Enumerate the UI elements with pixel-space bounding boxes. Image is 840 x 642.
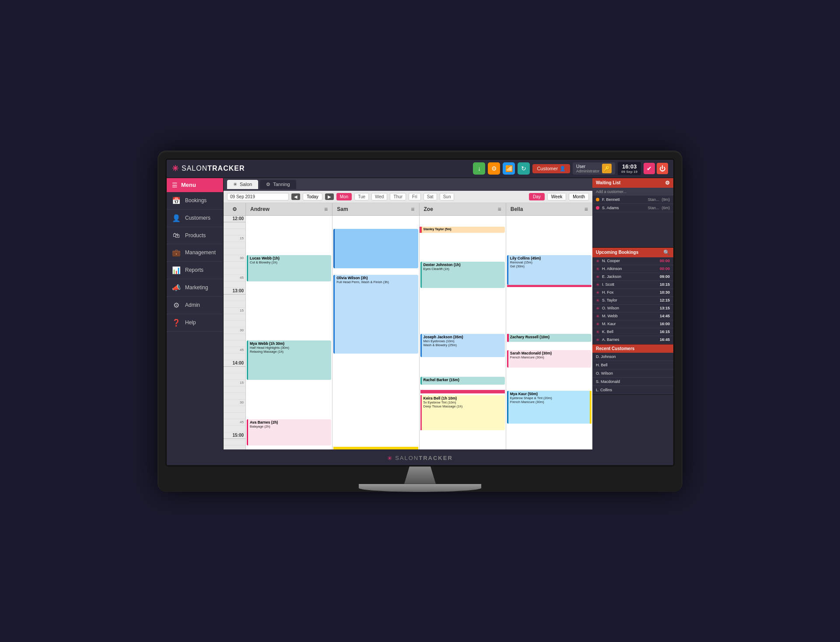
sidebar-item-management[interactable]: 💼 Management [167,244,223,262]
marketing-icon: 📣 [172,284,181,292]
upcoming-item-10[interactable]: ✳ A. Barnes 16:45 [592,336,673,344]
sidebar-item-reports[interactable]: 📊 Reports [167,262,223,279]
upcoming-item-5[interactable]: ✳ S. Taylor 12:15 [592,297,673,305]
wifi-icon[interactable]: 📶 [503,162,515,175]
recent-item-1[interactable]: H. Bell [592,361,673,369]
sidebar-item-admin[interactable]: ⚙ Admin [167,297,223,314]
recent-item-4[interactable]: L. Collins [592,386,673,394]
day-wed-btn[interactable]: Wed [371,193,387,200]
appt-joseph-jackson[interactable]: Joseph Jackson (35m) Men Eyebrows (10m) … [420,334,505,357]
tab-tanning[interactable]: ⚙ Tanning [260,180,296,189]
upcoming-item-7[interactable]: ✳ M. Webb 14:45 [592,312,673,320]
bottom-brand-text: SALONTRACKER [395,455,453,461]
zoe-menu-icon[interactable]: ≡ [498,206,501,213]
appt-lily-collins[interactable]: Lily Collins (45m) Removal (15m) Gel (30… [507,255,592,285]
andrew-column[interactable]: Lucas Webb (1h) Cut & Blowdry (1h) Mya W… [245,216,332,449]
today-btn[interactable]: Today [303,193,322,200]
user-name: User [576,164,599,169]
hamburger-icon: ☰ [172,182,178,189]
upcoming-name-9: K. Bell [602,330,657,334]
appt-mya-webb[interactable]: Mya Webb (1h 30m) Half Head Highlights (… [247,340,331,380]
user-avatar-icon[interactable]: 🔑 [602,164,612,173]
upcoming-item-1[interactable]: ✳ H. Atkinson 00:00 [592,265,673,273]
sidebar-item-bookings[interactable]: 📅 Bookings [167,192,223,210]
waiting-item-0[interactable]: F. Bennett Stan... (9m) [592,196,673,204]
download-icon[interactable]: ↓ [473,162,485,175]
andrew-menu-icon[interactable]: ≡ [324,206,328,213]
view-week-btn[interactable]: Week [547,193,566,200]
menu-label: Menu [181,182,196,188]
sidebar-item-customers[interactable]: 👤 Customers [167,210,223,227]
appt-keira-bell[interactable]: Keira Bell (1h 10m) 5x Eyebrow Tint (10m… [420,395,505,430]
sidebar-item-marketing[interactable]: 📣 Marketing [167,279,223,297]
sam-menu-icon[interactable]: ≡ [411,206,414,213]
sidebar-item-products[interactable]: 🛍 Products [167,227,223,244]
bella-menu-icon[interactable]: ≡ [584,206,588,213]
waiting-item-1[interactable]: S. Adams Stan... (6m) [592,204,673,212]
recent-item-2[interactable]: O. Wilson [592,369,673,378]
upcoming-star-8: ✳ [596,322,599,326]
time-1200: 12:00 [224,216,245,222]
appt-dexter-johnston[interactable]: Dexter Johnston (1h) Eyes Clearlift (1h) [420,262,505,288]
appt-zachary-russell[interactable]: Zachary Russell (10m) [507,334,592,342]
day-fri-btn[interactable]: Fri [409,193,421,200]
prev-btn[interactable]: ◀ [291,193,300,200]
power-icon[interactable]: ⏻ [657,163,668,174]
user-section: User Administrator 🔑 [573,162,615,175]
appt-lucas-webb[interactable]: Lucas Webb (1h) Cut & Blowdry (1h) [247,255,331,281]
time-col-header: ⚙ [224,203,245,215]
upcoming-time-2: 09:00 [660,274,670,279]
andrew-name: Andrew [250,206,270,212]
recent-item-0[interactable]: D. Johnson [592,353,673,361]
appt-rachel-barker[interactable]: Rachel Barker (15m) [420,377,505,385]
recent-item-3[interactable]: S. Macdonald [592,378,673,386]
upcoming-name-5: S. Taylor [602,298,657,302]
bella-column[interactable]: Lily Collins (45m) Removal (15m) Gel (30… [506,216,592,449]
settings-icon[interactable]: ⚙ [488,162,500,175]
upcoming-item-6[interactable]: ✳ O. Wilson 13:15 [592,305,673,312]
sam-column[interactable]: Olivia Wilson (3h) Full Head Perm, Wash … [332,216,419,449]
help-icon: ❓ [172,319,181,327]
upcoming-item-4[interactable]: ✳ H. Fox 10:30 [592,289,673,297]
day-mon-btn[interactable]: Mon [336,193,352,200]
check-icon[interactable]: ✔ [644,163,655,174]
appt-mya-kaur[interactable]: Mya Kaur (50m) Eyebrow Shape & Tint (20m… [507,391,592,424]
upcoming-item-2[interactable]: ✳ E. Jackson 09:00 [592,273,673,281]
time-1300: 13:00 [224,288,245,295]
zoe-column[interactable]: Stanley Taylor (5m) Dexter Johnston (1h)… [419,216,506,449]
refresh-icon[interactable]: ↻ [518,162,530,175]
appt-ava-barnes[interactable]: Ava Barnes (2h) Balayage (2h) [247,419,331,446]
customers-icon: 👤 [172,214,181,222]
upcoming-search-icon[interactable]: 🔍 [663,249,670,256]
sidebar-item-help[interactable]: ❓ Help [167,314,223,332]
day-sat-btn[interactable]: Sat [424,193,437,200]
day-tue-btn[interactable]: Tue [354,193,369,200]
tab-salon[interactable]: ✳ Salon [227,180,258,189]
settings-calendar-icon[interactable]: ⚙ [232,206,237,212]
add-customer-bar[interactable]: Add a customer... [592,188,673,196]
waiting-list-title: Waiting List [596,180,620,185]
date-input[interactable] [227,193,289,200]
upcoming-item-0[interactable]: ✳ N. Cooper 00:00 [592,257,673,265]
waiting-list-section: Waiting List ⚙ Add a customer... F. Benn… [592,178,673,248]
waiting-name-1: S. Adams [602,206,645,210]
next-btn[interactable]: ▶ [325,193,334,200]
upcoming-item-9[interactable]: ✳ K. Bell 16:15 [592,328,673,336]
staff-zoe: Zoe ≡ [419,203,506,215]
view-day-btn[interactable]: Day [529,193,545,200]
customer-icon: 👤 [560,166,566,172]
appt-olivia-wilson[interactable]: Olivia Wilson (3h) Full Head Perm, Wash … [333,275,418,354]
day-sun-btn[interactable]: Sun [440,193,455,200]
appt-stanley-taylor[interactable]: Stanley Taylor (5m) [420,227,505,233]
waiting-list-settings-icon[interactable]: ⚙ [665,180,670,186]
recent-section: Recent Customers D. Johnson H. Bell O. W… [592,344,673,395]
appt-sarah-macdonald[interactable]: Sarah Macdonald (30m) French Manicure (3… [507,350,592,368]
customer-button[interactable]: Customer 👤 [532,164,570,173]
menu-header[interactable]: ☰ Menu [167,178,223,192]
view-month-btn[interactable]: Month [569,193,589,200]
day-thur-btn[interactable]: Thur [390,193,406,200]
upcoming-item-8[interactable]: ✳ M. Kaur 16:00 [592,320,673,328]
appt-sam-block[interactable] [333,229,418,268]
upcoming-time-1: 00:00 [660,267,670,271]
upcoming-item-3[interactable]: ✳ I. Scott 10:15 [592,281,673,289]
